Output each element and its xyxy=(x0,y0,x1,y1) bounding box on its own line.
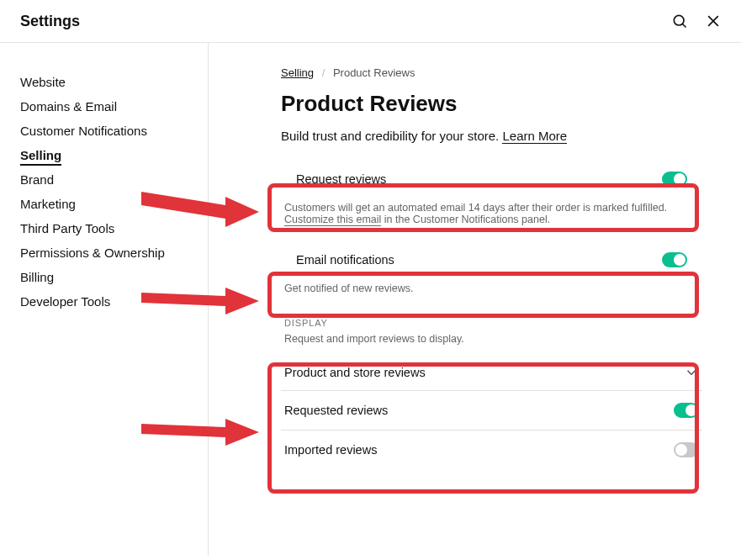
settings-sidebar: Website Domains & Email Customer Notific… xyxy=(0,43,209,556)
requested-reviews-toggle[interactable] xyxy=(674,403,699,418)
sidebar-item-third-party[interactable]: Third Party Tools xyxy=(20,216,208,240)
breadcrumb: Selling / Product Reviews xyxy=(281,66,702,79)
sidebar-item-billing[interactable]: Billing xyxy=(20,265,208,289)
learn-more-link[interactable]: Learn More xyxy=(502,129,567,144)
breadcrumb-separator: / xyxy=(322,66,326,79)
search-icon[interactable] xyxy=(670,12,689,30)
sidebar-item-selling[interactable]: Selling xyxy=(20,143,208,167)
chevron-down-icon xyxy=(684,365,699,380)
display-sub: Request and import reviews to display. xyxy=(281,333,702,357)
requested-reviews-label: Requested reviews xyxy=(284,404,388,417)
request-reviews-row: Request reviews xyxy=(281,160,702,198)
sidebar-item-brand[interactable]: Brand xyxy=(20,167,208,192)
email-notifications-label: Email notifications xyxy=(296,253,394,267)
request-reviews-toggle[interactable] xyxy=(662,172,687,187)
breadcrumb-parent-link[interactable]: Selling xyxy=(281,66,314,79)
page-subtitle: Build trust and credibility for your sto… xyxy=(281,129,702,143)
settings-title: Settings xyxy=(20,13,80,30)
email-notifications-row: Email notifications xyxy=(281,240,702,279)
sidebar-item-developer-tools[interactable]: Developer Tools xyxy=(20,289,208,314)
page-title: Product Reviews xyxy=(281,91,702,117)
imported-reviews-toggle[interactable] xyxy=(674,442,699,457)
sidebar-item-domains[interactable]: Domains & Email xyxy=(20,94,208,119)
customize-email-link[interactable]: Customize this email xyxy=(284,214,381,226)
sidebar-item-marketing[interactable]: Marketing xyxy=(20,192,208,216)
email-notifications-help: Get notified of new reviews. xyxy=(284,283,699,294)
settings-header: Settings xyxy=(0,0,741,43)
request-reviews-label: Request reviews xyxy=(296,172,386,186)
requested-reviews-row: Requested reviews xyxy=(281,391,702,431)
sidebar-item-website[interactable]: Website xyxy=(20,70,208,94)
imported-reviews-row: Imported reviews xyxy=(281,431,702,469)
close-icon[interactable] xyxy=(704,12,722,30)
request-reviews-help: Customers will get an automated email 14… xyxy=(284,202,699,225)
display-header: DISPLAY xyxy=(281,318,702,333)
review-scope-select[interactable]: Product and store reviews xyxy=(281,357,702,391)
header-actions xyxy=(670,12,722,30)
sidebar-item-permissions[interactable]: Permissions & Ownership xyxy=(20,240,208,265)
email-notifications-toggle[interactable] xyxy=(662,252,687,267)
review-scope-label: Product and store reviews xyxy=(284,366,426,379)
sidebar-item-customer-notifications[interactable]: Customer Notifications xyxy=(20,119,208,143)
imported-reviews-label: Imported reviews xyxy=(284,443,377,457)
main-panel: Selling / Product Reviews Product Review… xyxy=(209,43,741,556)
svg-line-1 xyxy=(683,24,686,28)
display-section: DISPLAY Request and import reviews to di… xyxy=(281,318,702,469)
svg-point-0 xyxy=(674,15,684,25)
breadcrumb-current: Product Reviews xyxy=(333,66,415,79)
